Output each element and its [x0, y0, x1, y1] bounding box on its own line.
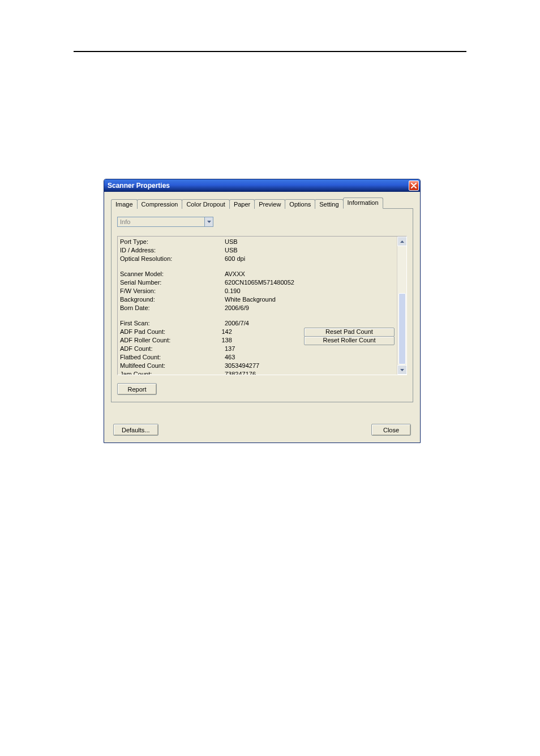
- info-label: ADF Roller Count:: [120, 336, 221, 345]
- info-value: 142: [221, 328, 304, 336]
- info-value: 600 dpi: [225, 255, 310, 263]
- close-icon[interactable]: [409, 181, 419, 191]
- close-button[interactable]: Close: [371, 424, 411, 436]
- info-value: 2006/7/4: [225, 319, 310, 328]
- info-row: Optical Resolution:600 dpi: [120, 255, 395, 263]
- info-row: Background:White Background: [120, 295, 395, 304]
- info-label: First Scan:: [120, 319, 225, 328]
- report-row: Report: [117, 383, 407, 395]
- info-label: Jam Count:: [120, 370, 225, 375]
- info-label: F/W Version:: [120, 287, 225, 295]
- info-value: White Background: [225, 295, 310, 304]
- tab-options[interactable]: Options: [285, 199, 315, 209]
- dialog-footer: Defaults... Close: [111, 424, 413, 436]
- info-row: Flatbed Count:463: [120, 353, 395, 362]
- dropdown-value: Info: [118, 217, 204, 226]
- info-list: Port Type:USBID / Address:USBOptical Res…: [118, 237, 397, 375]
- window-title: Scanner Properties: [108, 182, 409, 190]
- info-row: Scanner Model:AVXXX: [120, 270, 395, 278]
- reset-pad-count-button[interactable]: Reset Pad Count: [304, 328, 395, 337]
- tab-paper[interactable]: Paper: [229, 199, 255, 209]
- tab-preview[interactable]: Preview: [254, 199, 285, 209]
- info-value: 738247176: [225, 370, 310, 375]
- info-value: 2006/6/9: [225, 304, 310, 312]
- info-label: Flatbed Count:: [120, 353, 225, 362]
- info-label: Born Date:: [120, 304, 225, 312]
- info-value: 463: [225, 353, 310, 362]
- info-row: F/W Version:0.190: [120, 287, 395, 295]
- tab-color-dropout[interactable]: Color Dropout: [182, 199, 229, 209]
- info-value: 138: [221, 336, 304, 345]
- info-row: First Scan:2006/7/4: [120, 319, 395, 328]
- chevron-down-icon[interactable]: [204, 217, 213, 226]
- info-row: Serial Number:620CN1065M571480052: [120, 278, 395, 287]
- info-action-cell: Reset Pad Count: [304, 328, 395, 336]
- info-row: ADF Pad Count:142Reset Pad Count: [120, 328, 395, 336]
- info-row: ADF Count:137: [120, 345, 395, 353]
- info-label: Multifeed Count:: [120, 362, 225, 370]
- info-label: Scanner Model:: [120, 270, 225, 278]
- info-value: 3053494277: [225, 362, 310, 370]
- info-label: Port Type:: [120, 238, 225, 246]
- info-label: Background:: [120, 295, 225, 304]
- tab-compression[interactable]: Compression: [137, 199, 183, 209]
- row-gap: [120, 263, 395, 270]
- tab-setting[interactable]: Setting: [315, 199, 343, 209]
- scroll-up-icon[interactable]: [397, 237, 407, 246]
- tab-image[interactable]: Image: [111, 199, 138, 209]
- vertical-scrollbar[interactable]: [397, 237, 406, 375]
- scroll-down-icon[interactable]: [397, 365, 407, 375]
- info-list-container: Port Type:USBID / Address:USBOptical Res…: [117, 236, 407, 375]
- info-row: Jam Count:738247176: [120, 370, 395, 375]
- scanner-properties-window: Scanner Properties ImageCompressionColor…: [104, 179, 421, 443]
- info-category-dropdown[interactable]: Info: [117, 217, 213, 227]
- info-row: ADF Roller Count:138Reset Roller Count: [120, 336, 395, 345]
- info-row: ID / Address:USB: [120, 246, 395, 255]
- client-area: ImageCompressionColor DropoutPaperPrevie…: [104, 192, 420, 443]
- info-row: Port Type:USB: [120, 238, 395, 246]
- info-value: 137: [225, 345, 310, 353]
- tab-information[interactable]: Information: [343, 197, 383, 209]
- info-value: USB: [225, 238, 310, 246]
- info-value: USB: [225, 246, 310, 255]
- info-label: Optical Resolution:: [120, 255, 225, 263]
- info-label: ID / Address:: [120, 246, 225, 255]
- info-label: ADF Pad Count:: [120, 328, 221, 336]
- report-button[interactable]: Report: [117, 383, 157, 395]
- info-value: 0.190: [225, 287, 310, 295]
- tab-bar: ImageCompressionColor DropoutPaperPrevie…: [111, 197, 413, 209]
- info-row: Multifeed Count:3053494277: [120, 362, 395, 370]
- row-gap: [120, 312, 395, 319]
- scroll-thumb[interactable]: [398, 293, 406, 364]
- info-label: Serial Number:: [120, 278, 225, 287]
- info-value: AVXXX: [225, 270, 310, 278]
- tab-panel-information: Info Port Type:USBID / Address:USBOptica…: [111, 209, 413, 402]
- info-value: 620CN1065M571480052: [225, 278, 310, 287]
- info-action-cell: Reset Roller Count: [304, 336, 395, 345]
- info-row: Born Date:2006/6/9: [120, 304, 395, 312]
- horizontal-rule: [74, 51, 466, 52]
- defaults-button[interactable]: Defaults...: [113, 424, 158, 436]
- reset-roller-count-button[interactable]: Reset Roller Count: [304, 336, 395, 345]
- titlebar[interactable]: Scanner Properties: [104, 179, 420, 192]
- info-label: ADF Count:: [120, 345, 225, 353]
